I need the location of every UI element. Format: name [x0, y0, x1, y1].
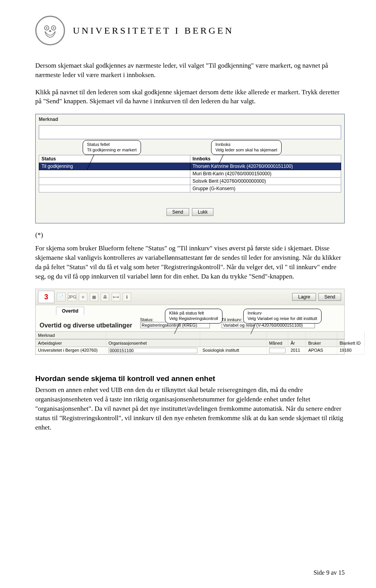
grid-row: Universitetet i Bergen (420760) Sosiolog…: [36, 347, 344, 354]
asterisk-marker: (*): [35, 231, 345, 239]
paragraph-1: Dersom skjemaet skal godkjennes av nærme…: [35, 61, 345, 80]
toolbar-icon[interactable]: ▦: [90, 293, 98, 301]
paragraph-4: Dersom en annen enhet ved UIB enn den du…: [35, 385, 345, 432]
merknad-label: Merknad: [36, 114, 344, 124]
paragraph-2: Klikk på navnet til den lederen som skal…: [35, 88, 345, 106]
form-title: Overtid og diverse utbetalinger: [36, 315, 136, 331]
toolbar: 3 📄 JPG ≡ ▦ 🖶 ⟷ ℹ Lagre Send: [36, 289, 344, 305]
university-seal: [35, 16, 65, 45]
cell-bruker: APOAS: [306, 347, 337, 354]
svg-point-3: [53, 27, 54, 29]
send-button[interactable]: Send: [318, 293, 341, 301]
innboks-column-header: Innboks: [190, 155, 341, 163]
org-kode-input[interactable]: [108, 348, 197, 353]
maned-input[interactable]: [269, 348, 286, 353]
callout-innkurv: Innkurv Velg Variabel og reise for ditt …: [243, 309, 322, 324]
col-blankett: Blankett ID: [337, 340, 365, 347]
send-button[interactable]: Send: [166, 208, 189, 216]
toolbar-icon[interactable]: 📄: [57, 293, 65, 301]
owl-icon: [42, 22, 59, 39]
status-innboks-table: Status Innboks Til godkjenning Thorsen K…: [39, 155, 341, 192]
col-merknad: Merknad: [36, 332, 106, 339]
paragraph-3: For skjema som bruker Blueform feltene "…: [35, 244, 345, 281]
lukk-button[interactable]: Lukk: [192, 208, 213, 216]
toolbar-icon[interactable]: ⟷: [112, 293, 120, 301]
callout-status: Status feltet Til godkjenning er markert: [83, 140, 141, 155]
svg-point-2: [46, 27, 47, 29]
grid-header: Arbeidsgiver Organisasjonsenhet Måned År…: [36, 339, 344, 347]
callout-innboks: Innboks Velg leder som skal ha skjemaet: [211, 140, 282, 155]
status-column-header: Status: [39, 155, 190, 163]
col-bruker: Bruker: [306, 340, 337, 347]
col-ar: År: [288, 340, 306, 347]
status-value-selected[interactable]: Til godkjenning: [39, 163, 190, 170]
page-number: Side 9 av 15: [313, 569, 345, 576]
screenshot-status-innboks: Merknad Status feltet Til godkjenning er…: [35, 114, 345, 223]
cell-org-navn: Sosiologisk institutt: [200, 347, 267, 354]
toolbar-icon[interactable]: JPG: [68, 293, 76, 301]
merknad-field[interactable]: [39, 125, 341, 139]
innboks-row-selected[interactable]: Thorsen Kathrine Brosvik (420760/0000151…: [190, 163, 341, 170]
cell-ar: 2011: [288, 347, 306, 354]
university-name: UNIVERSITETET I BERGEN: [73, 25, 234, 36]
toolbar-icon[interactable]: ℹ: [123, 293, 131, 301]
innboks-row[interactable]: Muri Britt-Karin (420760/0000150000): [190, 170, 341, 178]
innboks-row[interactable]: Solsvik Berit (420760/0000000000): [190, 178, 341, 185]
col-arbeidsgiver: Arbeidsgiver: [36, 340, 106, 347]
page-header: UNIVERSITETET I BERGEN: [35, 16, 345, 45]
toolbar-icon[interactable]: 🖶: [101, 293, 109, 301]
grid-header: Merknad: [36, 331, 344, 339]
col-organisasjonsenhet: Organisasjonsenhet: [106, 340, 200, 347]
app-logo-icon: 3: [38, 291, 54, 303]
lagre-button[interactable]: Lagre: [292, 293, 316, 301]
callout-klikk-status: Klikk på status felt Velg Registreringsk…: [165, 309, 222, 324]
section-heading: Hvordan sende skjema til kontroll ved an…: [35, 374, 345, 383]
toolbar-icon[interactable]: ≡: [79, 293, 87, 301]
col-maned: Måned: [267, 340, 288, 347]
cell-arbeidsgiver: Universitetet i Bergen (420760): [36, 347, 106, 354]
screenshot-overtid: 3 📄 JPG ≡ ▦ 🖶 ⟷ ℹ Lagre Send Overtid Kli…: [35, 289, 345, 355]
tab-overtid[interactable]: Overtid: [56, 307, 84, 315]
innboks-row[interactable]: Gruppe (G-Konsern): [190, 185, 341, 192]
cell-blankett: 19180: [337, 347, 365, 354]
